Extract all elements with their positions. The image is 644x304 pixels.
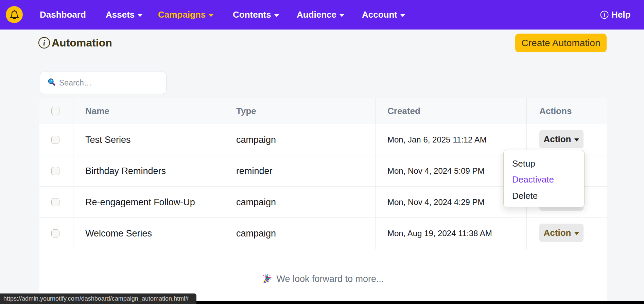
svg-text:i: i (43, 39, 46, 47)
svg-text:i: i (604, 12, 605, 18)
